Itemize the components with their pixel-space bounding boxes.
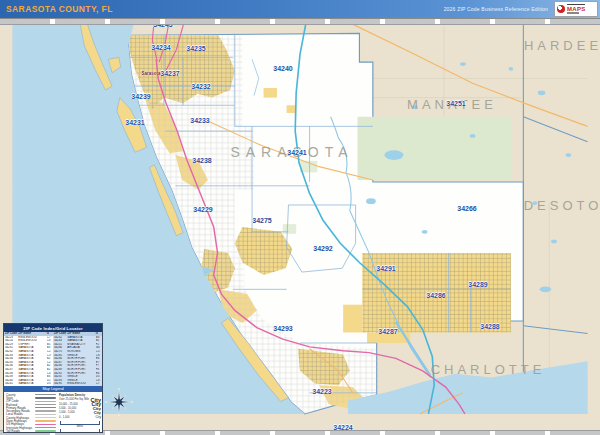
zip-label-34286: 34286: [426, 292, 445, 299]
zip-index-table-left: ZIP CodeZIP NameG34223ENGLEWOODC734224EN…: [4, 332, 53, 386]
scale-bar-line: [60, 429, 100, 433]
zip-label-34293: 34293: [273, 325, 292, 332]
zip-label-34291: 34291: [376, 265, 395, 272]
legend-line-sample: [35, 397, 56, 398]
population-range: 1,000 - 5,000: [59, 411, 75, 414]
legend-line-sample: [35, 404, 56, 405]
zip-index-cell: SARASOTA: [18, 382, 47, 386]
zip-label-34241: 34241: [287, 149, 306, 156]
population-classes: Over 25,000 Per Sq. MileCity10,000 - 25,…: [59, 398, 101, 420]
scale-bar-kilometers: Kilometers: [59, 429, 101, 433]
edition-label: 2026 ZIP Code Business Reference Edition: [444, 6, 548, 12]
compass-rose-icon: [104, 387, 134, 417]
population-range: 0 - 1,000: [59, 416, 70, 419]
zip-label-34231: 34231: [125, 119, 144, 126]
zip-label-34239: 34239: [131, 93, 150, 100]
scale-bars: MilesKilometers: [59, 421, 101, 433]
logo-swirl-icon: [557, 5, 565, 13]
zip-label-34287: 34287: [378, 328, 397, 335]
legend-line-sample: [35, 407, 56, 408]
population-range: 10,000 - 25,000: [59, 403, 78, 406]
zip-label-34238: 34238: [192, 157, 211, 164]
zip-label-34275: 34275: [252, 217, 271, 224]
zip-index-row: 34241SARASOTAD3: [4, 382, 53, 386]
zip-index-tables: ZIP CodeZIP NameG34223ENGLEWOODC734224EN…: [4, 332, 102, 386]
zip-label-34223: 34223: [312, 388, 331, 395]
population-range: 5,000 - 10,000: [59, 407, 76, 410]
zip-index-cell: 34241: [4, 382, 18, 386]
legend-line-samples: CountyStateZIP CodeRailroadPrimary Roads…: [4, 392, 58, 432]
population-class-row: 0 - 1,000City: [59, 415, 101, 419]
zip-label-34233: 34233: [190, 117, 209, 124]
legend-line-sample: [35, 430, 56, 431]
zip-label-34292: 34292: [313, 245, 332, 252]
population-city-sample: City: [94, 411, 101, 415]
legend-line-sample: [35, 417, 56, 418]
city-label-sarasota: Sarasota: [141, 71, 160, 76]
logo-text-block: MAPS: [567, 3, 586, 14]
logo-brand: MAPS: [567, 6, 586, 12]
zip-index-table-right: ZIP CodeZIP NameG34242SARASOTAB334243SAR…: [53, 332, 102, 386]
legend-population: Population Density Over 25,000 Per Sq. M…: [58, 392, 102, 432]
county-label-desoto: DESOTO: [524, 198, 600, 213]
map-area: HARDEEMANATEESARASOTADESOTOCHARLOTTE 342…: [0, 18, 600, 435]
scale-bar-label: Miles: [59, 425, 101, 428]
zip-index-cell: 34295: [53, 382, 67, 386]
logo-decor-bar: [567, 12, 579, 14]
zip-label-34232: 34232: [191, 83, 210, 90]
legend-item-toll-roads: Toll Roads: [6, 429, 58, 432]
legend-line-sample: [35, 394, 56, 395]
legend-line-sample: [35, 420, 56, 421]
zip-label-34235: 34235: [186, 45, 205, 52]
zip-label-34251: 34251: [446, 100, 465, 107]
top-ruler: [0, 19, 600, 25]
county-label-hardee: HARDEE: [524, 38, 600, 53]
zip-label-34229: 34229: [193, 206, 212, 213]
population-city-sample: City: [96, 415, 102, 419]
legend-line-sample: [35, 410, 56, 411]
zip-label-34289: 34289: [468, 281, 487, 288]
population-range: Over 25,000 Per Sq. Mile: [59, 398, 89, 401]
zip-index-row: 34295ENGLEWOODC7: [53, 382, 102, 386]
zip-label-34288: 34288: [480, 323, 499, 330]
legend-panel: ZIP Code Index/Grid Locator ZIP CodeZIP …: [3, 323, 103, 433]
zip-label-34234: 34234: [151, 44, 170, 51]
legend-line-sample: [35, 427, 56, 428]
zip-label-34237: 34237: [160, 70, 179, 77]
map-legend-body: CountyStateZIP CodeRailroadPrimary Roads…: [4, 392, 102, 432]
map-page: SARASOTA COUNTY, FL 2026 ZIP Code Busine…: [0, 0, 600, 435]
zip-label-34266: 34266: [457, 205, 476, 212]
publisher-logo: MAPS: [554, 1, 598, 17]
scale-bar-miles: Miles: [59, 421, 101, 428]
legend-line-sample: [35, 401, 56, 402]
zip-index-cell: C7: [96, 382, 102, 386]
legend-line-sample: [35, 414, 56, 415]
zip-label-34240: 34240: [273, 65, 292, 72]
page-title: SARASOTA COUNTY, FL: [0, 4, 113, 14]
title-bar: SARASOTA COUNTY, FL 2026 ZIP Code Busine…: [0, 0, 600, 18]
legend-item-label: Toll Roads: [6, 429, 35, 433]
legend-line-sample: [35, 424, 56, 425]
county-label-charlotte: CHARLOTTE: [431, 362, 546, 377]
zip-index-cell: ENGLEWOOD: [67, 382, 96, 386]
